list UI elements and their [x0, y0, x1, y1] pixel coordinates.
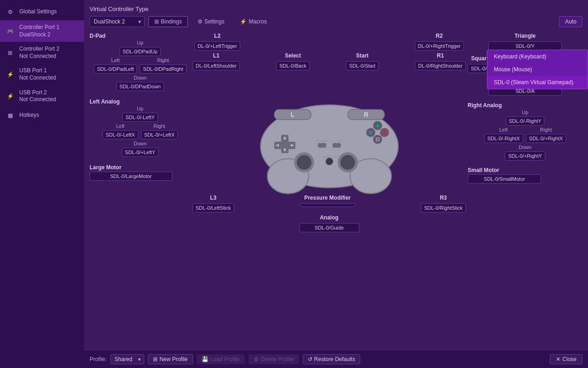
vc-type-header: Virtual Controller Type: [90, 6, 582, 12]
ra-left-label: Left: [499, 127, 508, 132]
dpad-right-input[interactable]: SDL-0/DPadRight: [140, 64, 186, 74]
la-up-input[interactable]: SDL-0/-LeftY: [122, 113, 158, 122]
l1-input[interactable]: DL-0/LeftShoulder: [192, 61, 240, 70]
pressure-modifier-input[interactable]: [300, 203, 355, 207]
select-title: Select: [285, 52, 301, 59]
sidebar-item-label: Controller Port 2Not Connected: [19, 46, 59, 60]
ra-up-input[interactable]: SDL-0/-RightY: [506, 116, 545, 126]
delete-profile-icon: 🗑: [254, 356, 259, 362]
r2-input[interactable]: DL-0/+RightTrigger: [415, 41, 464, 51]
svg-point-29: [326, 158, 333, 165]
mid-column: L2 DL-0/+LeftTrigger R2 DL-0/+RightTrigg…: [191, 33, 468, 345]
sidebar-item-global-settings[interactable]: ⚙ Global Settings: [0, 4, 84, 20]
large-motor-title: Large Motor: [90, 164, 191, 171]
analog-input[interactable]: SDL-0/Guide: [300, 223, 359, 232]
left-analog-section: Left Analog Up SDL-0/-LeftY Left SDL-0/-…: [90, 98, 191, 157]
left-analog-title: Left Analog: [90, 98, 191, 105]
la-left-label: Left: [116, 123, 124, 129]
toolbar: DualShock 2 DualShock 1 Guitar Wheel ▼ ⊞…: [90, 16, 582, 27]
tab-bindings[interactable]: ⊞ Bindings: [148, 16, 188, 27]
triangle-input[interactable]: SDL-0/Y: [488, 41, 562, 51]
restore-defaults-button[interactable]: ↺ Restore Defaults: [303, 354, 360, 364]
pressure-modifier-section: Pressure Modifier: [300, 195, 355, 213]
svg-point-18: [380, 128, 389, 137]
l1-title: L1: [213, 52, 220, 59]
restore-icon: ↺: [308, 356, 312, 362]
start-input[interactable]: SDL-0/Start: [346, 61, 379, 70]
dropdown-item-mouse[interactable]: Mouse (Mouse): [487, 63, 588, 76]
sidebar-item-usb-port-1[interactable]: ⚡ USB Port 1Not Connected: [0, 63, 84, 85]
svg-point-14: [297, 155, 311, 170]
profile-select[interactable]: Shared Default Custom: [110, 354, 144, 364]
dpad-up-label: Up: [137, 40, 143, 46]
la-right-input[interactable]: SDL-0/+LeftX: [141, 130, 178, 139]
shoulder-row: L1 DL-0/LeftShoulder Select SDL-0/Back S…: [191, 52, 468, 70]
svg-text:R: R: [363, 111, 368, 118]
sidebar-item-label: Global Settings: [19, 8, 57, 16]
dpad-section: D-Pad Up SDL-0/DPadUp Left SDL-0/DPadLef…: [90, 33, 191, 91]
dpad-left-input[interactable]: SDL-0/DPadLeft: [94, 64, 137, 74]
svg-point-17: [373, 135, 382, 144]
usb-icon: ⚡: [6, 70, 15, 79]
tab-settings[interactable]: ⚙ Settings: [192, 16, 230, 27]
input-source-dropdown: Keyboard (Keyboard) Mouse (Mouse) SDL-0 …: [487, 50, 588, 89]
select-section: Select SDL-0/Back: [276, 52, 310, 70]
l3-input[interactable]: SDL-0/LeftStick: [192, 203, 234, 213]
sidebar-item-controller-port-1[interactable]: 🎮 Controller Port 1DualShock 2: [0, 20, 84, 42]
la-down-label: Down: [134, 141, 147, 146]
r2-title: R2: [436, 33, 443, 39]
l2-input[interactable]: DL-0/+LeftTrigger: [194, 41, 240, 51]
new-profile-button[interactable]: ⊞ New Profile: [148, 354, 192, 364]
hotkeys-icon: ▦: [6, 111, 15, 120]
svg-point-16: [340, 155, 355, 170]
close-button[interactable]: ✕ Close: [550, 354, 582, 364]
load-profile-icon: 💾: [202, 356, 209, 362]
dpad-up-input[interactable]: SDL-0/DPadUp: [119, 47, 161, 56]
dpad-down-input[interactable]: SDL-0/DPadDown: [116, 82, 164, 91]
sidebar-item-label: Controller Port 1DualShock 2: [19, 24, 59, 38]
delete-profile-button[interactable]: 🗑 Delete Profile: [249, 354, 299, 364]
usb2-icon: ⚡: [6, 92, 15, 101]
la-left-input[interactable]: SDL-0/-LeftX: [102, 130, 138, 139]
sidebar-item-label: USB Port 2Not Connected: [19, 89, 56, 104]
load-profile-button[interactable]: 💾 Load Profile: [197, 354, 245, 364]
settings-icon: ⚙: [198, 18, 203, 25]
large-motor-input[interactable]: SDL-0/LargeMotor: [90, 172, 172, 181]
ra-left-input[interactable]: SDL-0/-RightX: [484, 134, 523, 143]
profile-label: Profile:: [90, 356, 107, 362]
small-motor-section: Small Motor SDL-0/SmallMotor: [468, 167, 582, 184]
start-section: Start SDL-0/Start: [346, 52, 379, 70]
controller-image: L R: [247, 75, 412, 195]
ra-down-input[interactable]: SDL-0/+RightY: [505, 151, 545, 161]
dropdown-item-sdl0[interactable]: SDL-0 (Steam Virtual Gamepad): [487, 76, 588, 89]
ra-right-input[interactable]: SDL-0/+RightX: [526, 134, 566, 143]
small-motor-input[interactable]: SDL-0/SmallMotor: [468, 174, 541, 184]
svg-text:SELECT: SELECT: [316, 139, 328, 143]
l1-section: L1 DL-0/LeftShoulder: [192, 52, 240, 70]
sidebar-item-usb-port-2[interactable]: ⚡ USB Port 2Not Connected: [0, 86, 84, 107]
r3-input[interactable]: SDL-0/RightStick: [421, 203, 466, 213]
select-input[interactable]: SDL-0/Back: [276, 61, 310, 70]
r1-input[interactable]: DL-0/RightShoulder: [415, 61, 466, 70]
ra-up-label: Up: [522, 109, 528, 115]
left-column: D-Pad Up SDL-0/DPadUp Left SDL-0/DPadLef…: [90, 33, 191, 345]
port-icon: ⊞: [6, 48, 15, 58]
tab-macros[interactable]: ⚡ Macros: [234, 16, 272, 27]
sidebar-item-label: USB Port 1Not Connected: [19, 67, 56, 81]
controller-type-select-wrapper: DualShock 2 DualShock 1 Guitar Wheel ▼: [90, 16, 145, 27]
auto-button[interactable]: Auto: [559, 16, 582, 27]
l3-r3-row: L3 SDL-0/LeftStick Pressure Modifier R3 …: [191, 195, 468, 213]
triangle-section: Triangle SDL-0/Y: [468, 33, 582, 51]
r3-title: R3: [440, 195, 447, 201]
la-down-input[interactable]: SDL-0/+LeftY: [122, 148, 158, 157]
analog-section: Analog SDL-0/Guide: [300, 214, 359, 232]
l2-section: L2 DL-0/+LeftTrigger: [194, 33, 240, 51]
r2-section: R2 DL-0/+RightTrigger: [415, 33, 464, 51]
triangle-title: Triangle: [514, 33, 536, 39]
dropdown-item-keyboard[interactable]: Keyboard (Keyboard): [487, 50, 588, 63]
controller-type-select[interactable]: DualShock 2 DualShock 1 Guitar Wheel: [90, 16, 145, 27]
sidebar-item-controller-port-2[interactable]: ⊞ Controller Port 2Not Connected: [0, 42, 84, 63]
sidebar-item-hotkeys[interactable]: ▦ Hotkeys: [0, 107, 84, 124]
la-up-label: Up: [137, 106, 143, 111]
bindings-icon: ⊞: [154, 18, 159, 25]
